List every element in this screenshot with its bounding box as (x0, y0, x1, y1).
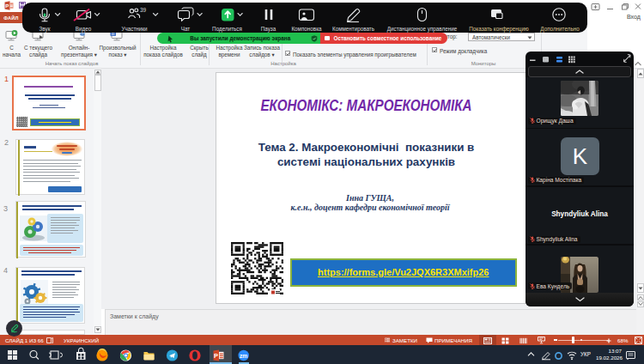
svg-text:P: P (214, 352, 218, 360)
svg-text:39: 39 (140, 7, 147, 13)
svg-text:zm: zm (240, 353, 247, 359)
svg-text:P: P (5, 3, 9, 9)
